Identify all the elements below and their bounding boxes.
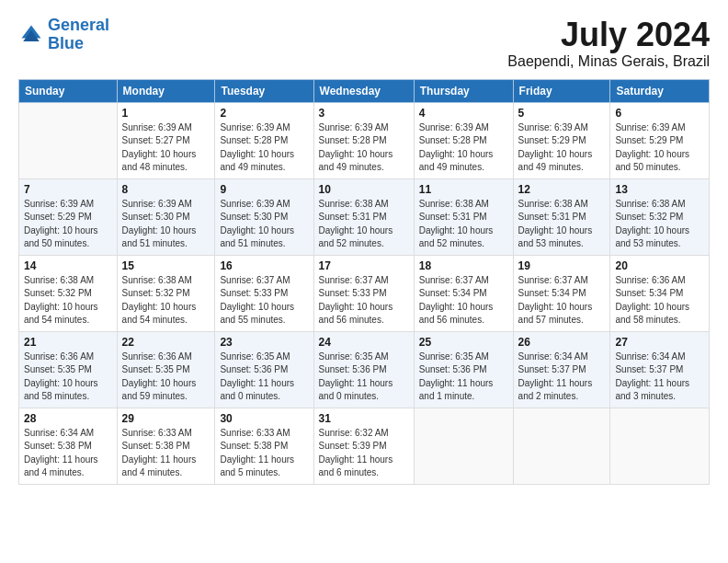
day-number: 27 (615, 336, 704, 349)
day-detail: Sunrise: 6:39 AMSunset: 5:30 PMDaylight:… (220, 198, 308, 251)
col-friday: Friday (513, 79, 610, 102)
day-detail: Sunrise: 6:37 AMSunset: 5:33 PMDaylight:… (220, 274, 308, 327)
calendar-week-row: 14Sunrise: 6:38 AMSunset: 5:32 PMDayligh… (19, 255, 710, 331)
table-row: 20Sunrise: 6:36 AMSunset: 5:34 PMDayligh… (610, 255, 710, 331)
table-row: 2Sunrise: 6:39 AMSunset: 5:28 PMDaylight… (215, 102, 313, 178)
table-row: 31Sunrise: 6:32 AMSunset: 5:39 PMDayligh… (313, 408, 414, 484)
day-detail: Sunrise: 6:36 AMSunset: 5:35 PMDaylight:… (24, 350, 112, 404)
table-row: 21Sunrise: 6:36 AMSunset: 5:35 PMDayligh… (19, 331, 118, 408)
header: General Blue July 2024 Baependi, Minas G… (18, 17, 710, 70)
day-detail: Sunrise: 6:34 AMSunset: 5:37 PMDaylight:… (518, 350, 606, 404)
table-row: 9Sunrise: 6:39 AMSunset: 5:30 PMDaylight… (215, 178, 313, 255)
day-detail: Sunrise: 6:37 AMSunset: 5:34 PMDaylight:… (518, 274, 606, 327)
day-detail: Sunrise: 6:38 AMSunset: 5:32 PMDaylight:… (24, 274, 112, 327)
day-number: 13 (615, 183, 704, 196)
table-row: 28Sunrise: 6:34 AMSunset: 5:38 PMDayligh… (19, 408, 118, 484)
day-number: 10 (319, 183, 409, 196)
table-row: 8Sunrise: 6:39 AMSunset: 5:30 PMDaylight… (117, 178, 215, 255)
day-number: 23 (220, 336, 308, 349)
day-detail: Sunrise: 6:39 AMSunset: 5:29 PMDaylight:… (518, 121, 606, 175)
table-row: 18Sunrise: 6:37 AMSunset: 5:34 PMDayligh… (414, 255, 513, 331)
col-thursday: Thursday (414, 79, 513, 102)
day-number: 1 (122, 107, 210, 120)
table-row: 30Sunrise: 6:33 AMSunset: 5:38 PMDayligh… (215, 408, 313, 484)
table-row: 10Sunrise: 6:38 AMSunset: 5:31 PMDayligh… (313, 178, 414, 255)
day-detail: Sunrise: 6:38 AMSunset: 5:31 PMDaylight:… (419, 198, 508, 251)
day-detail: Sunrise: 6:39 AMSunset: 5:29 PMDaylight:… (24, 198, 112, 251)
logo-icon (18, 22, 44, 48)
day-number: 4 (419, 107, 508, 120)
day-detail: Sunrise: 6:39 AMSunset: 5:28 PMDaylight:… (319, 121, 409, 175)
title-block: July 2024 Baependi, Minas Gerais, Brazil (507, 17, 710, 70)
page-title: July 2024 (507, 17, 710, 53)
day-detail: Sunrise: 6:37 AMSunset: 5:33 PMDaylight:… (319, 274, 409, 327)
day-number: 30 (220, 412, 308, 425)
logo: General Blue (18, 17, 109, 53)
page-subtitle: Baependi, Minas Gerais, Brazil (507, 53, 710, 70)
day-detail: Sunrise: 6:39 AMSunset: 5:27 PMDaylight:… (122, 121, 210, 175)
day-detail: Sunrise: 6:37 AMSunset: 5:34 PMDaylight:… (419, 274, 508, 327)
day-number: 29 (122, 412, 210, 425)
table-row: 14Sunrise: 6:38 AMSunset: 5:32 PMDayligh… (19, 255, 118, 331)
table-row: 3Sunrise: 6:39 AMSunset: 5:28 PMDaylight… (313, 102, 414, 178)
day-detail: Sunrise: 6:32 AMSunset: 5:39 PMDaylight:… (319, 427, 409, 480)
table-row: 29Sunrise: 6:33 AMSunset: 5:38 PMDayligh… (117, 408, 215, 484)
day-detail: Sunrise: 6:35 AMSunset: 5:36 PMDaylight:… (220, 350, 308, 404)
table-row: 6Sunrise: 6:39 AMSunset: 5:29 PMDaylight… (610, 102, 710, 178)
table-row: 11Sunrise: 6:38 AMSunset: 5:31 PMDayligh… (414, 178, 513, 255)
day-number: 7 (24, 183, 112, 196)
table-row (414, 408, 513, 484)
day-number: 5 (518, 107, 606, 120)
table-row: 4Sunrise: 6:39 AMSunset: 5:28 PMDaylight… (414, 102, 513, 178)
day-detail: Sunrise: 6:35 AMSunset: 5:36 PMDaylight:… (419, 350, 508, 404)
day-detail: Sunrise: 6:33 AMSunset: 5:38 PMDaylight:… (122, 427, 210, 480)
col-tuesday: Tuesday (215, 79, 313, 102)
table-row: 15Sunrise: 6:38 AMSunset: 5:32 PMDayligh… (117, 255, 215, 331)
day-number: 2 (220, 107, 308, 120)
table-row: 27Sunrise: 6:34 AMSunset: 5:37 PMDayligh… (610, 331, 710, 408)
day-number: 25 (419, 336, 508, 349)
col-wednesday: Wednesday (313, 79, 414, 102)
col-monday: Monday (117, 79, 215, 102)
table-row: 22Sunrise: 6:36 AMSunset: 5:35 PMDayligh… (117, 331, 215, 408)
table-row: 7Sunrise: 6:39 AMSunset: 5:29 PMDaylight… (19, 178, 118, 255)
day-number: 24 (319, 336, 409, 349)
table-row: 26Sunrise: 6:34 AMSunset: 5:37 PMDayligh… (513, 331, 610, 408)
calendar-week-row: 28Sunrise: 6:34 AMSunset: 5:38 PMDayligh… (19, 408, 710, 484)
table-row: 25Sunrise: 6:35 AMSunset: 5:36 PMDayligh… (414, 331, 513, 408)
day-detail: Sunrise: 6:39 AMSunset: 5:29 PMDaylight:… (615, 121, 704, 175)
table-row: 12Sunrise: 6:38 AMSunset: 5:31 PMDayligh… (513, 178, 610, 255)
day-number: 6 (615, 107, 704, 120)
col-sunday: Sunday (19, 79, 118, 102)
day-detail: Sunrise: 6:39 AMSunset: 5:30 PMDaylight:… (122, 198, 210, 251)
logo-text: General Blue (48, 17, 109, 53)
day-number: 21 (24, 336, 112, 349)
table-row (513, 408, 610, 484)
day-number: 31 (319, 412, 409, 425)
day-number: 14 (24, 259, 112, 272)
day-detail: Sunrise: 6:34 AMSunset: 5:38 PMDaylight:… (24, 427, 112, 480)
logo-line2: Blue (48, 34, 84, 52)
day-detail: Sunrise: 6:36 AMSunset: 5:34 PMDaylight:… (615, 274, 704, 327)
day-number: 26 (518, 336, 606, 349)
day-number: 22 (122, 336, 210, 349)
calendar-header-row: Sunday Monday Tuesday Wednesday Thursday… (19, 79, 710, 102)
table-row: 17Sunrise: 6:37 AMSunset: 5:33 PMDayligh… (313, 255, 414, 331)
table-row: 19Sunrise: 6:37 AMSunset: 5:34 PMDayligh… (513, 255, 610, 331)
day-detail: Sunrise: 6:33 AMSunset: 5:38 PMDaylight:… (220, 427, 308, 480)
page: General Blue July 2024 Baependi, Minas G… (0, 0, 728, 563)
calendar-table: Sunday Monday Tuesday Wednesday Thursday… (18, 79, 710, 485)
day-detail: Sunrise: 6:38 AMSunset: 5:31 PMDaylight:… (319, 198, 409, 251)
day-detail: Sunrise: 6:35 AMSunset: 5:36 PMDaylight:… (319, 350, 409, 404)
day-number: 8 (122, 183, 210, 196)
day-detail: Sunrise: 6:34 AMSunset: 5:37 PMDaylight:… (615, 350, 704, 404)
day-number: 12 (518, 183, 606, 196)
calendar-week-row: 21Sunrise: 6:36 AMSunset: 5:35 PMDayligh… (19, 331, 710, 408)
calendar-week-row: 1Sunrise: 6:39 AMSunset: 5:27 PMDaylight… (19, 102, 710, 178)
day-number: 3 (319, 107, 409, 120)
day-detail: Sunrise: 6:39 AMSunset: 5:28 PMDaylight:… (220, 121, 308, 175)
day-number: 18 (419, 259, 508, 272)
calendar-week-row: 7Sunrise: 6:39 AMSunset: 5:29 PMDaylight… (19, 178, 710, 255)
table-row: 1Sunrise: 6:39 AMSunset: 5:27 PMDaylight… (117, 102, 215, 178)
day-number: 16 (220, 259, 308, 272)
